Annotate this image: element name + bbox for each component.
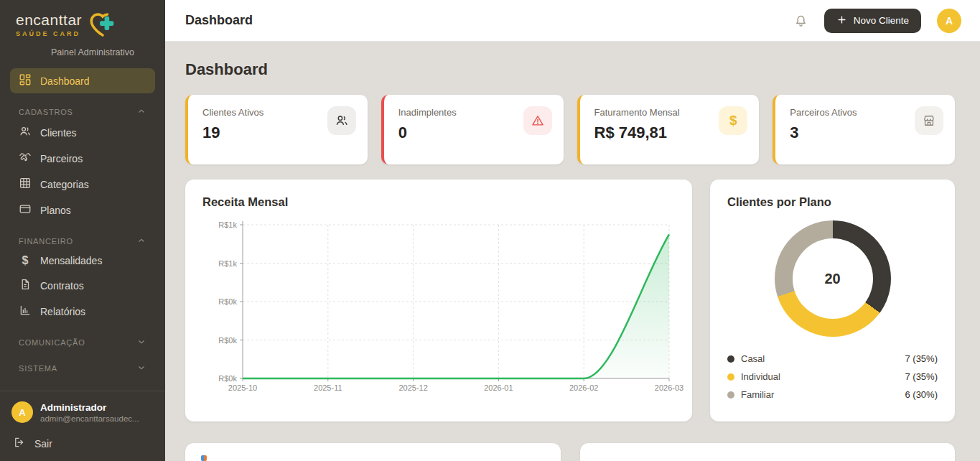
- logout-label: Sair: [34, 438, 52, 450]
- topbar: Dashboard Novo Cliente A: [165, 0, 980, 42]
- bar-chart-icon: [19, 304, 32, 319]
- sidebar-item-relatorios[interactable]: Relatórios: [10, 299, 155, 324]
- legend-row-familiar: Familiar 6 (30%): [727, 386, 938, 404]
- user-email: admin@encanttarsaudec...: [40, 414, 139, 423]
- app-root: encanttar SAÚDE CARD Painel Administrati…: [0, 0, 980, 461]
- partial-icon: [201, 455, 207, 461]
- logo-block: encanttar SAÚDE CARD Painel Administrati…: [0, 0, 165, 57]
- sidebar-item-label: Categorias: [40, 179, 89, 190]
- svg-text:2026-03: 2026-03: [655, 383, 683, 392]
- sidebar-item-clientes[interactable]: Clientes: [10, 120, 155, 145]
- logout-button[interactable]: Sair: [11, 434, 154, 452]
- sidebar-item-mensalidades[interactable]: $ Mensalidades: [10, 249, 155, 272]
- sidebar-section-cadastros[interactable]: CADASTROS: [10, 102, 155, 119]
- dollar-icon: $: [719, 106, 747, 135]
- svg-text:2025-11: 2025-11: [314, 383, 342, 392]
- charts-row: Receita Mensal R$0kR$0kR$0kR$1kR$1k2025-…: [185, 180, 955, 422]
- handshake-icon: [19, 151, 32, 166]
- user-name: Administrador: [40, 402, 139, 413]
- stat-card-inadimplentes: Inadimplentes 0: [381, 95, 564, 164]
- alert-triangle-icon: [523, 106, 552, 135]
- dashboard-grid-icon: [19, 73, 32, 88]
- svg-text:2026-01: 2026-01: [484, 383, 513, 392]
- sidebar-item-dashboard[interactable]: Dashboard: [10, 68, 155, 93]
- legend-row-individual: Individual 7 (35%): [727, 368, 938, 386]
- panel-label: Painel Administrativo: [16, 47, 155, 57]
- avatar: A: [11, 401, 33, 423]
- topbar-avatar[interactable]: A: [937, 9, 961, 33]
- legend-row-casal: Casal 7 (35%): [727, 350, 938, 368]
- dollar-icon: $: [19, 254, 32, 267]
- svg-text:2025-10: 2025-10: [228, 383, 257, 392]
- revenue-line-chart: R$0kR$0kR$0kR$1kR$1k2025-102025-112025-1…: [202, 219, 675, 400]
- user-block: A Administrador admin@encanttarsaudec...: [11, 401, 154, 423]
- content: Dashboard Clientes Ativos 19 Inadimplent…: [165, 42, 980, 461]
- sidebar-section-sistema[interactable]: SISTEMA: [10, 358, 155, 376]
- donut-chart-title: Clientes por Plano: [727, 195, 938, 209]
- donut-legend: Casal 7 (35%) Individual 7 (35%) Familia…: [727, 350, 938, 404]
- sidebar-item-label: Parceiros: [40, 153, 83, 164]
- donut-center-value: 20: [775, 220, 891, 337]
- svg-text:R$0k: R$0k: [218, 374, 237, 383]
- svg-text:R$1k: R$1k: [218, 259, 237, 268]
- legend-label: Familiar: [741, 389, 774, 400]
- legend-value: 7 (35%): [905, 371, 938, 382]
- sidebar: encanttar SAÚDE CARD Painel Administrati…: [0, 0, 165, 461]
- section-label: COMUNICAÇÃO: [19, 338, 85, 347]
- svg-text:R$1k: R$1k: [218, 220, 237, 229]
- users-icon: [327, 106, 356, 135]
- topbar-title: Dashboard: [185, 13, 253, 28]
- legend-label: Individual: [741, 371, 780, 382]
- sidebar-item-parceiros[interactable]: Parceiros: [10, 146, 155, 171]
- legend-color-dot: [727, 373, 734, 381]
- sidebar-item-contratos[interactable]: Contratos: [10, 273, 155, 298]
- sidebar-item-label: Dashboard: [40, 75, 90, 87]
- section-label: FINANCEIRO: [19, 237, 73, 246]
- revenue-chart-card: Receita Mensal R$0kR$0kR$0kR$1kR$1k2025-…: [185, 180, 692, 422]
- credit-card-icon: [19, 202, 32, 218]
- main-area: Dashboard Novo Cliente A Dashboard Clien…: [165, 0, 980, 461]
- file-text-icon: [19, 278, 32, 293]
- new-client-label: Novo Cliente: [854, 15, 909, 26]
- clients-by-plan-card: Clientes por Plano 20 Casal 7 (35%): [710, 180, 955, 422]
- svg-text:R$0k: R$0k: [218, 336, 237, 345]
- sidebar-nav: Dashboard CADASTROS Clientes Parceiros: [0, 57, 165, 391]
- sidebar-item-label: Relatórios: [40, 306, 85, 317]
- legend-value: 6 (30%): [905, 389, 938, 400]
- new-client-button[interactable]: Novo Cliente: [824, 9, 921, 33]
- stat-card-faturamento-mensal: Faturamento Mensal R$ 749,81 $: [577, 95, 760, 164]
- donut-chart: 20: [775, 220, 891, 337]
- brand-name: encanttar: [16, 11, 82, 29]
- legend-value: 7 (35%): [905, 353, 938, 364]
- sidebar-item-planos[interactable]: Planos: [10, 197, 155, 223]
- sidebar-item-label: Contratos: [40, 280, 84, 292]
- sidebar-footer: A Administrador admin@encanttarsaudec...…: [0, 391, 165, 461]
- section-label: SISTEMA: [19, 364, 57, 373]
- legend-label: Casal: [741, 353, 765, 364]
- sidebar-section-comunicacao[interactable]: COMUNICAÇÃO: [10, 332, 155, 350]
- brand-subtitle: SAÚDE CARD: [16, 30, 82, 37]
- bottom-card-left: [185, 443, 561, 461]
- chevron-down-icon: [136, 337, 146, 348]
- chevron-down-icon: [136, 363, 146, 374]
- sidebar-section-financeiro[interactable]: FINANCEIRO: [10, 231, 155, 248]
- bottom-cards-row: [185, 443, 955, 461]
- sidebar-item-label: Mensalidades: [40, 255, 102, 266]
- legend-color-dot: [727, 355, 734, 363]
- stat-card-parceiros-ativos: Parceiros Ativos 3: [773, 95, 955, 164]
- svg-text:2026-02: 2026-02: [569, 383, 598, 392]
- svg-text:2025-12: 2025-12: [398, 383, 427, 392]
- section-label: CADASTROS: [19, 108, 73, 116]
- sidebar-item-label: Clientes: [40, 127, 77, 139]
- bottom-card-right: [580, 443, 956, 461]
- chevron-up-icon: [136, 106, 146, 118]
- chevron-up-icon: [136, 236, 146, 247]
- plus-icon: [836, 14, 847, 27]
- stats-grid: Clientes Ativos 19 Inadimplentes 0 Fatur…: [185, 95, 955, 164]
- store-icon: [915, 106, 943, 135]
- page-title: Dashboard: [185, 60, 955, 79]
- logout-icon: [13, 436, 26, 451]
- revenue-chart-title: Receita Mensal: [202, 195, 675, 209]
- notifications-bell-icon[interactable]: [793, 13, 808, 28]
- sidebar-item-categorias[interactable]: Categorias: [10, 172, 155, 197]
